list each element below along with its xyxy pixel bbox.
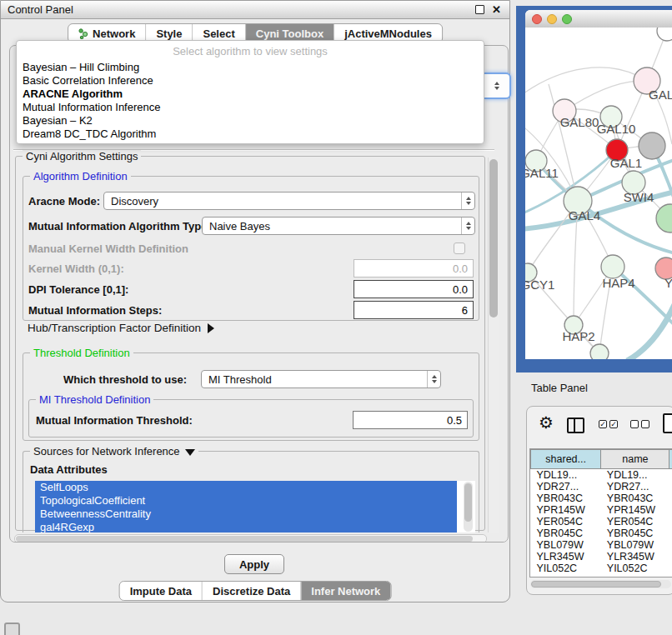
network-node[interactable] xyxy=(639,132,665,159)
dpi-tolerance-input[interactable] xyxy=(354,280,474,298)
network-window-titlebar[interactable] xyxy=(525,10,672,28)
mi-threshold-input[interactable] xyxy=(353,411,468,429)
node-label: GAL1 xyxy=(610,156,642,170)
table-horizontal-scrollbar[interactable] xyxy=(530,580,671,588)
select-all-checkboxes-icon[interactable]: ✓✓ xyxy=(599,420,618,428)
close-icon[interactable]: ✕ xyxy=(492,4,501,15)
column-header-shared[interactable]: shared... xyxy=(531,450,601,469)
dpi-tolerance-label: DPI Tolerance [0,1]: xyxy=(28,280,128,298)
table-row[interactable]: YBL079WYBL079W xyxy=(531,539,672,551)
stepper-icon xyxy=(494,82,499,85)
table-row[interactable]: YLR345WYLR345W9. xyxy=(531,551,672,562)
node-label: GAL10 xyxy=(597,122,636,136)
algorithm-option-aracne-algorithm[interactable]: ARACNE Algorithm xyxy=(17,88,484,101)
network-node[interactable] xyxy=(656,204,672,232)
kernel-width-input[interactable] xyxy=(354,259,474,278)
table-cell: YPR145W xyxy=(601,504,669,516)
algorithm-option-bayesian-hill-climbing[interactable]: Bayesian – Hill Climbing xyxy=(17,61,484,74)
threshold-definition-group: Threshold Definition Which threshold to … xyxy=(23,352,479,441)
attribute-item-selfloops[interactable]: SelfLoops xyxy=(35,481,457,494)
column-header-name[interactable]: name xyxy=(601,450,669,469)
table-row[interactable]: YDL19...YDL19...13 xyxy=(531,469,672,482)
which-threshold-value: MI Threshold xyxy=(202,373,427,386)
node-label: HAP4 xyxy=(602,276,634,290)
aracne-mode-label: Aracne Mode: xyxy=(28,192,100,210)
mi-type-label: Mutual Information Algorithm Type: xyxy=(28,217,211,235)
table-row[interactable]: YER054CYER054C8. xyxy=(531,516,672,528)
algorithm-definition-title: Algorithm Definition xyxy=(30,170,131,182)
table-cell: YBL079W xyxy=(601,539,669,551)
tab-infer-network[interactable]: Infer Network xyxy=(300,582,390,600)
table-cell: YBR045C xyxy=(601,528,669,539)
algorithm-option-mutual-information-inference[interactable]: Mutual Information Inference xyxy=(17,101,484,114)
mi-steps-input[interactable] xyxy=(354,301,474,319)
table-cell: YBL079W xyxy=(531,539,601,551)
node-label: GCY1 xyxy=(525,278,554,292)
table-cell: YDR27... xyxy=(531,481,601,492)
algorithm-option-bayesian-k2[interactable]: Bayesian – K2 xyxy=(17,114,484,128)
tab-impute-data[interactable]: Impute Data xyxy=(120,582,202,600)
table-cell: YPR145W xyxy=(531,504,601,516)
table-cell: YLR345W xyxy=(601,551,669,562)
apply-button[interactable]: Apply xyxy=(224,554,284,574)
table-cell: YDL19... xyxy=(601,469,669,482)
algorithm-prompt: Select algorithm to view settings xyxy=(17,42,484,61)
network-view-frame[interactable]: GALGAL80GAL10GAL1GAL11SWI4GAL4HAP4YGCY1H… xyxy=(516,6,672,372)
panel-grip-icon[interactable] xyxy=(4,622,20,635)
node-label: GAL xyxy=(649,88,672,102)
table-row[interactable]: YDR27...YDR27...12 xyxy=(531,481,672,492)
settings-vertical-scrollbar[interactable] xyxy=(488,158,499,532)
hub-definition-expander[interactable]: Hub/Transcription Factor Definition xyxy=(28,322,214,334)
manual-kernel-checkbox[interactable] xyxy=(454,242,465,254)
table-row[interactable]: YBR045CYBR045C9. xyxy=(531,528,672,539)
network-node[interactable] xyxy=(657,28,672,41)
columns-icon[interactable] xyxy=(567,418,584,433)
table-row[interactable]: YPR145WYPR145W9. xyxy=(531,504,672,516)
settings-horizontal-scrollbar[interactable] xyxy=(14,534,487,542)
list-scrollbar[interactable] xyxy=(464,482,473,532)
table-row[interactable]: YIL052CYIL052C9 xyxy=(531,562,672,574)
expander-down-icon xyxy=(185,449,195,456)
network-canvas[interactable]: GALGAL80GAL10GAL1GAL11SWI4GAL4HAP4YGCY1H… xyxy=(525,28,672,359)
node-label: Y xyxy=(664,276,672,290)
float-window-icon[interactable] xyxy=(475,5,484,14)
data-attributes-list[interactable]: SelfLoopsTopologicalCoefficientBetweenne… xyxy=(35,481,475,538)
table-row[interactable]: YBR043CYBR043C xyxy=(531,492,672,504)
table-cell: YER054C xyxy=(601,516,669,528)
mi-type-value: Naive Bayes xyxy=(203,220,461,232)
sources-title[interactable]: Sources for Network Inference xyxy=(30,445,198,458)
node-label: GAL11 xyxy=(525,166,559,180)
network-graph: GALGAL80GAL10GAL1GAL11SWI4GAL4HAP4YGCY1H… xyxy=(525,28,672,359)
network-node[interactable] xyxy=(590,344,609,359)
aracne-mode-select[interactable]: Discovery xyxy=(103,192,475,210)
close-traffic-light-icon[interactable] xyxy=(532,14,542,24)
which-threshold-label: Which threshold to use: xyxy=(63,370,187,388)
minimize-traffic-light-icon[interactable] xyxy=(547,14,557,24)
mi-type-select[interactable]: Naive Bayes xyxy=(202,217,475,235)
gear-icon[interactable]: ⚙ xyxy=(539,414,554,431)
table-cell: YER054C xyxy=(531,516,601,528)
tab-discretize-data[interactable]: Discretize Data xyxy=(202,582,300,600)
mi-threshold-group: MI Threshold Definition Mutual Informati… xyxy=(28,399,474,438)
deselect-all-checkboxes-icon[interactable] xyxy=(630,420,649,428)
algorithm-option-dream8-dc-tdc-algorithm[interactable]: Dream8 DC_TDC Algorithm xyxy=(17,128,484,141)
which-threshold-select[interactable]: MI Threshold xyxy=(201,370,441,388)
kernel-width-label: Kernel Width (0,1): xyxy=(28,259,124,278)
attribute-item-betweennesscentrality[interactable]: BetweennessCentrality xyxy=(35,508,457,521)
network-icon xyxy=(78,28,88,39)
zoom-traffic-light-icon[interactable] xyxy=(562,14,572,24)
algorithm-definition-group: Algorithm Definition Aracne Mode: Discov… xyxy=(23,176,479,321)
manual-kernel-label: Manual Kernel Width Definition xyxy=(28,241,188,256)
network-node-hap4[interactable] xyxy=(601,255,624,278)
control-panel-window: Control Panel ✕ NetworkStyleSelectCyni T… xyxy=(0,0,510,602)
data-attributes-label: Data Attributes xyxy=(30,460,108,478)
mi-threshold-group-title: MI Threshold Definition xyxy=(36,393,153,406)
algorithm-option-basic-correlation-inference[interactable]: Basic Correlation Inference xyxy=(17,74,484,88)
attribute-item-topologicalcoefficient[interactable]: TopologicalCoefficient xyxy=(35,494,457,508)
table-cell: YDR27... xyxy=(601,481,669,492)
control-panel-titlebar: Control Panel ✕ xyxy=(1,1,509,19)
table-cell: YDL19... xyxy=(531,469,601,482)
page-icon[interactable] xyxy=(663,413,672,433)
control-panel-title: Control Panel xyxy=(8,3,73,16)
algorithm-combobox-fragment[interactable] xyxy=(484,72,511,99)
